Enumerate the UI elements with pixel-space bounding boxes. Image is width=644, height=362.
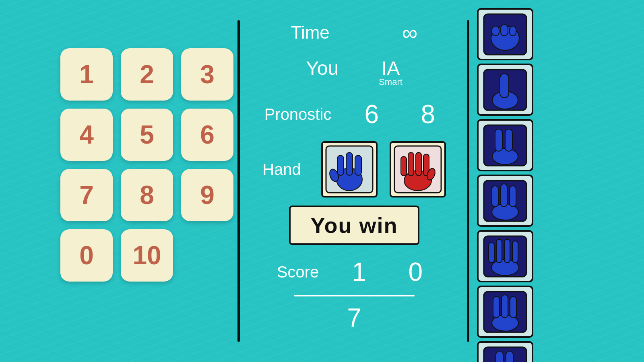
left-separator (237, 20, 240, 342)
player-you-name: You (306, 57, 339, 79)
players-row: You IA Smart (250, 57, 459, 87)
svg-rect-44 (506, 351, 513, 362)
hand-card-ia (390, 141, 446, 197)
num-btn-1[interactable]: 1 (60, 48, 113, 101)
num-btn-5[interactable]: 5 (121, 109, 173, 161)
num-btn-0[interactable]: 0 (60, 229, 113, 282)
num-btn-4[interactable]: 4 (60, 109, 113, 161)
you-win-banner: You win (250, 206, 459, 245)
right-panel (477, 8, 533, 362)
svg-rect-43 (496, 351, 503, 362)
svg-rect-16 (501, 25, 508, 36)
num-btn-9[interactable]: 9 (181, 169, 233, 221)
hand-icon-three[interactable] (477, 175, 533, 227)
pronostic-row: Pronostic 6 8 (250, 99, 459, 129)
num-btn-6[interactable]: 6 (181, 109, 233, 161)
total-score: 7 (250, 303, 459, 333)
hand-label: Hand (262, 160, 301, 179)
num-btn-8[interactable]: 8 (121, 169, 173, 221)
number-grid: 1 2 3 4 5 6 7 8 9 0 10 (60, 48, 233, 282)
svg-rect-27 (492, 186, 498, 207)
svg-rect-41 (484, 347, 526, 362)
time-row: Time ∞ (250, 20, 459, 45)
player-ia-sub: Smart (379, 77, 402, 87)
svg-rect-35 (512, 241, 518, 263)
svg-rect-38 (493, 296, 500, 318)
score-divider (294, 295, 415, 296)
pronostic-you: 6 (355, 99, 388, 129)
hand-icon-four[interactable] (477, 230, 533, 282)
player-ia-name: IA (382, 57, 400, 79)
svg-rect-15 (492, 26, 499, 36)
hand-icon-three-alt[interactable] (477, 286, 533, 338)
num-btn-3[interactable]: 3 (181, 48, 233, 101)
svg-rect-33 (496, 239, 502, 263)
svg-rect-28 (501, 184, 507, 207)
pronostic-label: Pronostic (264, 105, 332, 123)
time-label: Time (291, 23, 330, 43)
svg-rect-2 (337, 155, 344, 175)
you-win-box: You win (289, 206, 420, 245)
score-label: Score (277, 263, 319, 281)
hand-row: Hand (250, 141, 459, 197)
svg-rect-23 (495, 129, 502, 151)
svg-rect-17 (510, 26, 516, 36)
svg-rect-32 (489, 243, 494, 263)
svg-rect-39 (502, 295, 508, 318)
hand-card-you (321, 141, 378, 197)
hand-icon-two[interactable] (477, 119, 533, 171)
svg-rect-20 (500, 74, 509, 98)
player-you-col: You (306, 57, 339, 79)
game-panel: Time ∞ You IA Smart Pronostic 6 8 Hand (250, 16, 459, 333)
svg-rect-40 (510, 296, 516, 318)
svg-point-22 (492, 148, 518, 165)
score-row: Score 1 0 (250, 257, 459, 287)
svg-rect-24 (505, 129, 512, 151)
player-ia-col: IA Smart (379, 57, 402, 87)
svg-rect-34 (504, 239, 510, 263)
right-separator (467, 20, 469, 342)
num-btn-2[interactable]: 2 (121, 48, 173, 101)
hand-icon-two-alt[interactable] (477, 341, 533, 362)
svg-rect-10 (416, 152, 421, 176)
svg-rect-9 (408, 152, 414, 176)
hand-icon-fist[interactable] (477, 8, 533, 60)
svg-rect-3 (346, 152, 353, 175)
num-btn-7[interactable]: 7 (60, 169, 113, 221)
time-value: ∞ (402, 20, 418, 45)
svg-rect-8 (401, 156, 407, 176)
score-ia: 0 (399, 257, 431, 287)
pronostic-ia: 8 (412, 99, 444, 129)
svg-rect-29 (510, 186, 516, 207)
num-btn-10[interactable]: 10 (121, 229, 173, 282)
score-you: 1 (343, 257, 375, 287)
hand-icon-one[interactable] (477, 64, 533, 116)
svg-rect-4 (355, 155, 361, 175)
